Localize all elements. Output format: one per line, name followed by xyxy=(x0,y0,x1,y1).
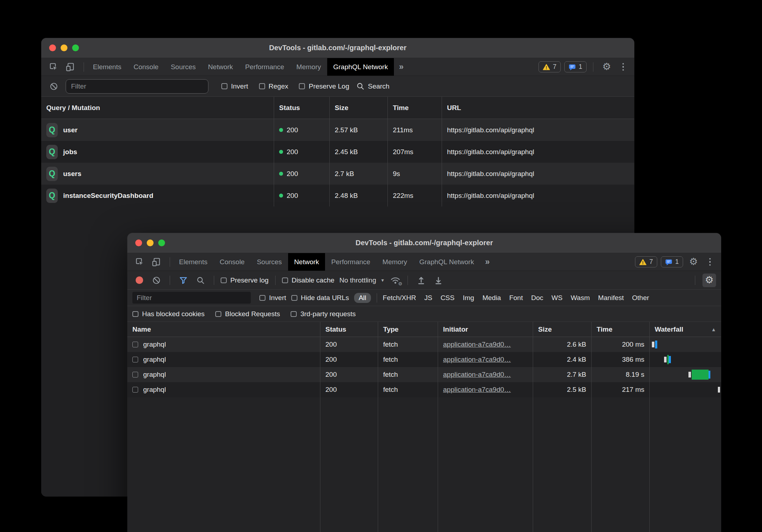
column-header-status[interactable]: Status xyxy=(320,322,378,337)
tab-console[interactable]: Console xyxy=(127,58,165,76)
filter-input[interactable] xyxy=(132,292,251,304)
minimize-button[interactable] xyxy=(147,239,154,246)
tab-network[interactable]: Network xyxy=(288,253,325,271)
column-header-query-mutation[interactable]: Query / Mutation xyxy=(41,97,274,119)
blocked-requests-checkbox[interactable]: Blocked Requests xyxy=(215,310,280,318)
type-filter-other[interactable]: Other xyxy=(632,294,649,302)
type-filter-all[interactable]: All xyxy=(354,293,371,303)
throttling-dropdown[interactable]: No throttling▼ xyxy=(339,276,385,284)
issues-badge[interactable]: 1 xyxy=(564,61,587,72)
zoom-button[interactable] xyxy=(158,239,165,246)
type-filter-media[interactable]: Media xyxy=(483,294,501,302)
titlebar: DevTools - gitlab.com/-/graphql-explorer xyxy=(41,38,634,58)
column-header-time[interactable]: Time xyxy=(388,97,442,119)
initiator-link[interactable]: application-a7ca9d0… xyxy=(443,341,511,348)
initiator-link[interactable]: application-a7ca9d0… xyxy=(443,371,511,379)
import-har-icon[interactable] xyxy=(414,274,428,287)
close-button[interactable] xyxy=(135,239,142,246)
zoom-button[interactable] xyxy=(72,44,79,51)
network-request-row[interactable]: graphql 200 fetch application-a7ca9d0… 2… xyxy=(127,367,721,382)
tab-graphql-network[interactable]: GraphQL Network xyxy=(413,253,480,271)
network-request-row[interactable]: graphql 200 fetch application-a7ca9d0… 2… xyxy=(127,337,721,352)
graphql-request-row[interactable]: QinstanceSecurityDashboard 200 2.48 kB 2… xyxy=(41,185,634,206)
hide-data-urls-checkbox[interactable]: Hide data URLs xyxy=(291,294,349,302)
column-header-type[interactable]: Type xyxy=(378,322,438,337)
initiator-link[interactable]: application-a7ca9d0… xyxy=(443,386,511,394)
disable-cache-checkbox[interactable]: Disable cache xyxy=(282,276,334,284)
inspect-element-icon[interactable] xyxy=(133,255,147,269)
tab-graphql-network[interactable]: GraphQL Network xyxy=(327,58,394,76)
issues-badge[interactable]: 1 xyxy=(661,256,683,267)
kebab-menu-icon[interactable] xyxy=(704,256,716,268)
filter-input[interactable] xyxy=(66,79,208,94)
preserve-log-checkbox[interactable]: Preserve log xyxy=(221,276,269,284)
network-settings-gear-icon[interactable]: ⚙ xyxy=(702,274,716,287)
column-header-time[interactable]: Time xyxy=(592,322,650,337)
column-header-size[interactable]: Size xyxy=(330,97,388,119)
type-filter-doc[interactable]: Doc xyxy=(531,294,543,302)
tab-performance[interactable]: Performance xyxy=(325,253,376,271)
export-har-icon[interactable] xyxy=(432,274,445,287)
device-toolbar-icon[interactable] xyxy=(64,60,77,74)
tab-memory[interactable]: Memory xyxy=(376,253,413,271)
graphql-request-row[interactable]: Quser 200 2.57 kB 211ms https://gitlab.c… xyxy=(41,119,634,141)
tab-performance[interactable]: Performance xyxy=(239,58,290,76)
column-header-name[interactable]: Name xyxy=(127,322,320,337)
network-request-row[interactable]: graphql 200 fetch application-a7ca9d0… 2… xyxy=(127,352,721,367)
has-blocked-cookies-checkbox[interactable]: Has blocked cookies xyxy=(132,310,204,318)
initiator-link[interactable]: application-a7ca9d0… xyxy=(443,356,511,364)
tab-sources[interactable]: Sources xyxy=(165,58,202,76)
type-filter-manifest[interactable]: Manifest xyxy=(598,294,624,302)
more-tabs-chevron-icon[interactable]: » xyxy=(394,58,409,76)
tab-elements[interactable]: Elements xyxy=(173,253,213,271)
close-button[interactable] xyxy=(49,44,56,51)
query-name: instanceSecurityDashboard xyxy=(63,192,153,200)
column-header-url[interactable]: URL xyxy=(442,97,634,119)
row-checkbox[interactable] xyxy=(132,387,138,393)
type-filter-css[interactable]: CSS xyxy=(441,294,455,302)
type-filter-js[interactable]: JS xyxy=(424,294,432,302)
minimize-button[interactable] xyxy=(61,44,67,51)
warnings-badge[interactable]: 7 xyxy=(635,256,657,267)
device-toolbar-icon[interactable] xyxy=(150,255,163,269)
record-button[interactable] xyxy=(132,274,146,287)
request-type: fetch xyxy=(383,341,398,348)
invert-checkbox[interactable]: Invert xyxy=(259,294,286,302)
tab-network[interactable]: Network xyxy=(202,58,239,76)
column-header-status[interactable]: Status xyxy=(274,97,330,119)
tab-sources[interactable]: Sources xyxy=(251,253,288,271)
tab-elements[interactable]: Elements xyxy=(87,58,127,76)
warnings-badge[interactable]: 7 xyxy=(538,61,561,72)
type-filter-ws[interactable]: WS xyxy=(551,294,563,302)
clear-icon[interactable] xyxy=(47,80,61,93)
invert-checkbox[interactable]: Invert xyxy=(221,82,248,90)
kebab-menu-icon[interactable] xyxy=(617,61,629,73)
type-filter-wasm[interactable]: Wasm xyxy=(571,294,590,302)
graphql-request-row[interactable]: Qjobs 200 2.45 kB 207ms https://gitlab.c… xyxy=(41,141,634,163)
search-icon[interactable] xyxy=(194,274,207,287)
type-filter-fetch-xhr[interactable]: Fetch/XHR xyxy=(383,294,416,302)
row-checkbox[interactable] xyxy=(132,357,138,362)
settings-gear-icon[interactable]: ⚙ xyxy=(600,60,613,74)
network-request-row[interactable]: graphql 200 fetch application-a7ca9d0… 2… xyxy=(127,382,721,397)
row-checkbox[interactable] xyxy=(132,372,138,377)
tab-console[interactable]: Console xyxy=(213,253,251,271)
column-header-waterfall[interactable]: Waterfall▲ xyxy=(650,322,721,337)
settings-gear-icon[interactable]: ⚙ xyxy=(687,255,700,269)
network-conditions-icon[interactable]: ⚙ xyxy=(390,275,401,285)
filter-funnel-icon[interactable] xyxy=(177,274,190,287)
search-button[interactable]: Search xyxy=(356,82,389,90)
graphql-request-row[interactable]: Qusers 200 2.7 kB 9s https://gitlab.com/… xyxy=(41,163,634,185)
preserve-log-checkbox[interactable]: Preserve Log xyxy=(299,82,349,90)
more-tabs-chevron-icon[interactable]: » xyxy=(480,253,495,271)
clear-icon[interactable] xyxy=(150,274,163,287)
column-header-initiator[interactable]: Initiator xyxy=(438,322,533,337)
row-checkbox[interactable] xyxy=(132,342,138,347)
inspect-element-icon[interactable] xyxy=(47,60,61,74)
regex-checkbox[interactable]: Regex xyxy=(259,82,288,90)
type-filter-img[interactable]: Img xyxy=(463,294,474,302)
third-party-requests-checkbox[interactable]: 3rd-party requests xyxy=(291,310,356,318)
type-filter-font[interactable]: Font xyxy=(509,294,523,302)
column-header-size[interactable]: Size xyxy=(533,322,592,337)
tab-memory[interactable]: Memory xyxy=(290,58,327,76)
